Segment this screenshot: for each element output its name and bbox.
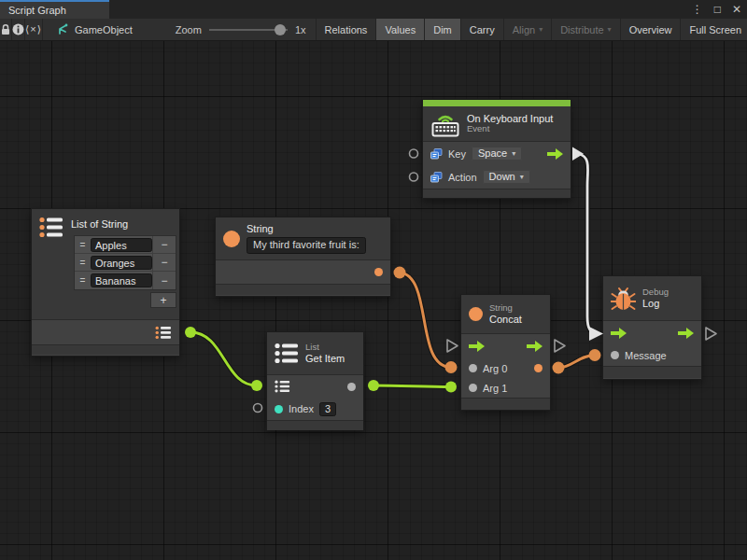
toolbar-button-overview[interactable]: Overview — [621, 19, 682, 40]
node-footer — [423, 189, 571, 198]
string-output-port[interactable] — [374, 268, 383, 276]
node-get-item[interactable]: List Get Item Index 3 — [266, 331, 364, 430]
flow-output-arrow-icon[interactable] — [547, 148, 563, 160]
port-row-flow — [461, 334, 550, 358]
flow-wire-start-arrow — [572, 147, 584, 161]
arg0-input-port[interactable] — [469, 364, 477, 372]
node-footer — [216, 284, 390, 295]
port-row-message: Message — [603, 344, 701, 366]
list-item-row: = Oranges − — [75, 254, 176, 272]
info-icon — [12, 23, 24, 35]
node-category: String — [489, 303, 522, 314]
toolbar-button-values[interactable]: Values — [376, 19, 425, 40]
node-concat[interactable]: String Concat Arg 0 Arg 1 — [460, 294, 551, 411]
wire-list-to-getitem — [185, 327, 262, 391]
port-row-key: Key Space ▾ — [423, 142, 571, 165]
chevron-down-icon: ▾ — [512, 149, 515, 158]
list-item-field[interactable]: Oranges — [91, 256, 152, 270]
lock-icon — [0, 23, 11, 35]
chevron-down-icon: ▾ — [539, 25, 543, 34]
node-on-keyboard-input[interactable]: On Keyboard Input Event Key Space ▾ — [422, 99, 571, 199]
flow-output-arrow-icon[interactable] — [678, 328, 694, 339]
node-footer — [267, 420, 363, 430]
list-item-row: = Bananas − — [75, 272, 176, 289]
zoom-slider[interactable] — [209, 23, 288, 36]
list-item-field[interactable]: Apples — [91, 238, 152, 252]
list-item-row: = Apples − — [75, 236, 176, 254]
graph-target[interactable]: GameObject — [43, 19, 142, 40]
close-icon[interactable]: ✕ — [732, 0, 741, 19]
action-dropdown[interactable]: Down ▾ — [483, 170, 530, 184]
wire-concat-to-log — [553, 349, 601, 374]
result-output-port[interactable] — [534, 364, 543, 372]
node-footer — [603, 366, 701, 378]
remove-item-button[interactable]: − — [152, 236, 176, 253]
list-icon — [275, 343, 299, 364]
remove-item-button[interactable]: − — [152, 272, 176, 289]
lock-button[interactable] — [0, 19, 12, 40]
node-header: List Get Item — [267, 332, 363, 375]
more-menu-icon[interactable]: ⋮ — [692, 0, 703, 19]
add-item-button[interactable]: + — [150, 292, 176, 308]
zoom-slider-handle[interactable] — [275, 24, 286, 35]
list-input-port-icon[interactable] — [275, 380, 290, 393]
node-title: List of String — [71, 217, 128, 230]
port-row-flow — [603, 321, 701, 344]
flow-output-arrow-icon[interactable] — [527, 341, 543, 352]
info-button[interactable] — [12, 19, 25, 40]
toolbar-button-carry[interactable]: Carry — [461, 19, 504, 40]
flow-input-arrow-icon[interactable] — [469, 341, 485, 352]
string-value-field[interactable]: My third favorite fruit is: — [247, 237, 366, 254]
keyboard-key-port — [410, 149, 418, 158]
node-title: String — [247, 223, 366, 235]
graph-canvas[interactable]: On Keyboard Input Event Key Space ▾ — [0, 41, 747, 560]
unity-visual-scripting-window: Script Graph ⋮ □ ✕ ⟨×⟩ GameObject — [0, 0, 747, 560]
node-list-of-string[interactable]: List of String = Apples − = Oranges − = — [31, 208, 180, 357]
port-row-arg0: Arg 0 — [461, 358, 550, 378]
message-input-port[interactable] — [611, 351, 619, 359]
node-footer — [32, 344, 179, 355]
log-flow-out-port — [706, 328, 716, 340]
flow-input-arrow-icon[interactable] — [611, 328, 627, 339]
port-row-list-output — [32, 320, 179, 344]
node-header: String My third favorite fruit is: — [216, 217, 390, 260]
index-input-port[interactable] — [275, 405, 283, 413]
edit-source-button[interactable]: ⟨×⟩ — [25, 19, 43, 40]
node-string-literal[interactable]: String My third favorite fruit is: — [215, 217, 391, 297]
tab-script-graph[interactable]: Script Graph — [0, 0, 109, 19]
port-row-index: Index 3 — [267, 398, 363, 420]
index-value-field[interactable]: 3 — [319, 402, 336, 416]
toolbar-button-relations[interactable]: Relations — [317, 19, 377, 40]
port-row-list-input — [267, 375, 363, 398]
node-header: On Keyboard Input Event — [423, 106, 571, 142]
list-icon — [39, 217, 63, 238]
keyboard-icon — [430, 111, 460, 137]
keyboard-action-port — [410, 173, 418, 181]
wire-flow-keyboard-to-log — [572, 147, 603, 342]
node-header: Debug Log — [603, 276, 701, 321]
item-output-port[interactable] — [347, 383, 356, 391]
code-icon: ⟨×⟩ — [25, 23, 42, 35]
toolbar-button-distribute[interactable]: Distribute▾ — [552, 19, 620, 40]
key-dropdown[interactable]: Space ▾ — [472, 147, 522, 161]
node-category: Debug — [642, 287, 669, 298]
zoom-value: 1x — [295, 24, 306, 35]
drag-handle-icon[interactable]: = — [75, 275, 91, 286]
arg1-input-port[interactable] — [469, 384, 477, 392]
drag-handle-icon[interactable]: = — [75, 240, 91, 250]
port-label-index: Index — [289, 403, 314, 414]
string-type-icon — [469, 307, 483, 321]
list-item-field[interactable]: Bananas — [91, 273, 152, 287]
drag-handle-icon[interactable]: = — [75, 258, 91, 268]
node-debug-log[interactable]: Debug Log Message — [602, 275, 702, 380]
remove-item-button[interactable]: − — [152, 254, 176, 271]
port-label-arg1: Arg 1 — [483, 383, 507, 394]
wire-getitem-to-concat — [368, 380, 457, 393]
node-header: String Concat — [461, 295, 550, 334]
tab-title: Script Graph — [8, 5, 66, 16]
list-output-port-icon[interactable] — [155, 326, 172, 340]
toolbar-button-dim[interactable]: Dim — [425, 19, 461, 40]
toolbar-button-fullscreen[interactable]: Full Screen — [681, 19, 747, 40]
toolbar-button-align[interactable]: Align▾ — [504, 19, 552, 40]
maximize-icon[interactable]: □ — [714, 0, 721, 19]
